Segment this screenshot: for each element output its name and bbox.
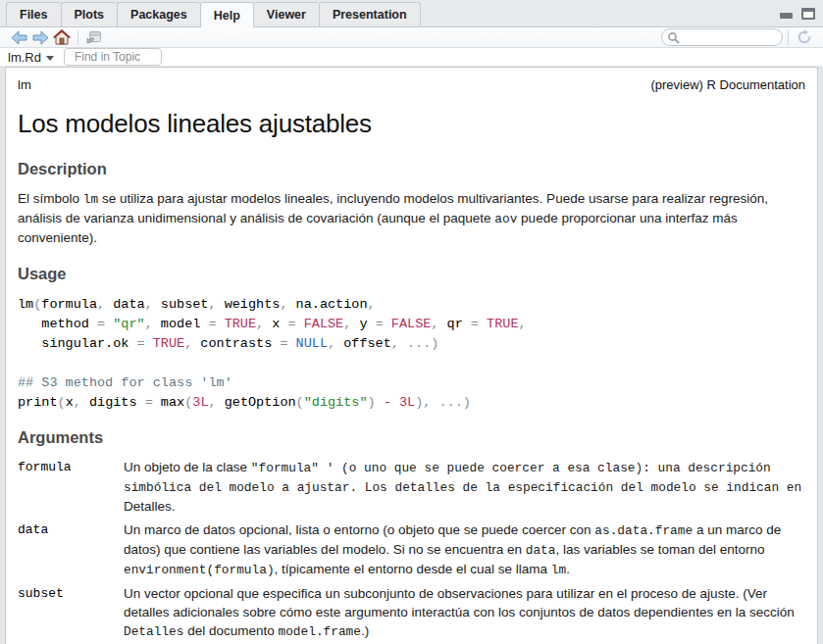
text-run: Detalles. <box>124 499 176 514</box>
text-run: Un marco de datos opcional, lista o ento… <box>124 522 594 537</box>
argument-term: subset <box>18 584 124 641</box>
description-paragraph: El símbolo lm se utiliza para ajustar mo… <box>18 189 805 247</box>
refresh-icon <box>797 29 812 45</box>
argument-description: Un objeto de la clase "formula" ' (o uno… <box>124 458 805 516</box>
find-in-topic-input[interactable] <box>64 48 162 66</box>
refresh-button[interactable] <box>794 27 815 47</box>
help-toolbar <box>0 27 823 48</box>
pane-tabbar: FilesPlotsPackagesHelpViewerPresentation <box>0 0 823 27</box>
inline-code: as.data.frame <box>594 523 693 538</box>
text-run: El símbolo <box>18 191 83 206</box>
argument-description: Un marco de datos opcional, lista o ento… <box>124 520 805 579</box>
description-heading: Description <box>18 160 805 177</box>
arguments-table: formulaUn objeto de la clase "formula" '… <box>18 458 805 644</box>
back-arrow-icon <box>11 30 27 45</box>
show-in-new-window-button[interactable] <box>83 27 105 47</box>
tab-presentation[interactable]: Presentation <box>319 2 421 26</box>
minimize-icon <box>780 13 793 19</box>
home-button[interactable] <box>51 27 73 47</box>
doc-header: lm (preview) R Documentation <box>18 77 805 93</box>
caret-down-icon <box>46 56 54 61</box>
back-button[interactable] <box>8 27 29 47</box>
help-document: lm (preview) R Documentation Los modelos… <box>5 67 818 644</box>
text-run: . <box>566 562 570 576</box>
tab-files[interactable]: Files <box>6 2 61 26</box>
argument-term: data <box>18 520 124 579</box>
pane-tabs: FilesPlotsPackagesHelpViewerPresentation <box>6 2 421 26</box>
inline-code: Detalles <box>124 624 183 639</box>
usage-heading: Usage <box>18 265 805 282</box>
tab-help[interactable]: Help <box>200 2 254 27</box>
inline-code: lm <box>83 192 98 207</box>
inline-code: aov <box>494 212 517 226</box>
popout-icon <box>86 30 102 44</box>
forward-arrow-icon <box>32 30 49 45</box>
minimize-pane-button[interactable] <box>780 8 795 20</box>
home-icon <box>53 29 71 45</box>
tab-plots[interactable]: Plots <box>61 2 118 26</box>
text-run: .) <box>361 623 369 638</box>
search-icon <box>667 31 680 44</box>
doc-topic-name: lm <box>18 77 31 93</box>
text-run: del documento <box>183 623 278 638</box>
argument-row: subsetUn vector opcional que especifica … <box>18 584 805 641</box>
inline-code: lm <box>551 563 566 577</box>
arguments-heading: Arguments <box>18 428 805 446</box>
maximize-pane-button[interactable] <box>801 8 816 20</box>
help-search-box <box>661 28 783 46</box>
argument-row: formulaUn objeto de la clase "formula" '… <box>18 458 805 516</box>
inline-code: data <box>526 543 556 558</box>
help-pane: FilesPlotsPackagesHelpViewerPresentation <box>0 0 823 644</box>
doc-header-right: (preview) R Documentation <box>650 77 805 93</box>
forward-button[interactable] <box>29 27 51 47</box>
usage-code-block: lm(formula, data, subset, weights, na.ac… <box>18 295 805 413</box>
argument-description: Un vector opcional que especifica un sub… <box>124 584 805 641</box>
inline-code: model.frame <box>279 624 361 639</box>
toolbar-separator <box>788 30 789 45</box>
toolbar-separator <box>77 30 78 45</box>
toolbar-right-group <box>661 27 815 47</box>
text-run: , las variables se toman del entorno <box>555 542 764 557</box>
topic-bar: lm.Rd <box>0 48 823 66</box>
text-run: , típicamente el entorno desde el cual s… <box>275 562 551 576</box>
argument-row: dataUn marco de datos opcional, lista o … <box>18 520 805 579</box>
window-controls <box>780 8 816 20</box>
text-run: Un vector opcional que especifica un sub… <box>124 586 795 619</box>
inline-code: environment(formula) <box>124 563 275 577</box>
help-search-input[interactable] <box>680 30 778 44</box>
tab-packages[interactable]: Packages <box>117 2 200 26</box>
topic-selector-label: lm.Rd <box>8 50 41 65</box>
text-run: Un objeto de la clase <box>124 460 251 474</box>
maximize-icon <box>801 8 815 20</box>
help-content-area: lm (preview) R Documentation Los modelos… <box>0 66 823 644</box>
page-title: Los modelos lineales ajustables <box>18 109 805 138</box>
argument-term: formula <box>18 458 124 516</box>
tab-viewer[interactable]: Viewer <box>254 2 319 26</box>
topic-selector[interactable]: lm.Rd <box>8 50 54 65</box>
